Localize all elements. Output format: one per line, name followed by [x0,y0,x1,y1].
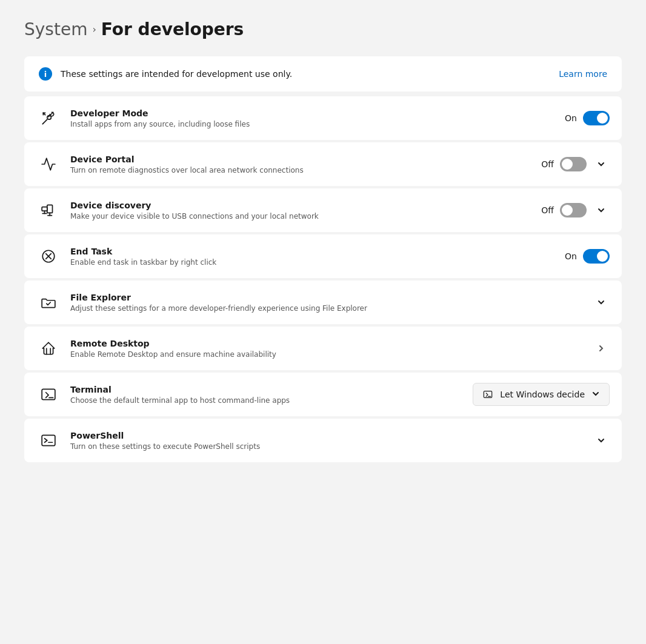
svg-line-0 [43,119,47,124]
setting-desc-device-portal: Turn on remote diagnostics over local ar… [70,166,531,174]
setting-title-developer-mode: Developer Mode [70,108,555,118]
setting-title-end-task: End Task [70,247,555,256]
setting-row-file-explorer: File ExplorerAdjust these settings for a… [24,281,622,324]
toggle-label-device-portal: Off [541,159,554,169]
setting-row-device-portal: Device PortalTurn on remote diagnostics … [24,142,622,186]
toggle-label-developer-mode: On [565,113,577,123]
setting-row-end-task: End TaskEnable end task in taskbar by ri… [24,234,622,278]
setting-title-device-discovery: Device discovery [70,201,531,210]
setting-info-remote-desktop: Remote DesktopEnable Remote Desktop and … [70,339,583,359]
setting-control-file-explorer [593,294,610,311]
setting-control-end-task: On [565,249,610,264]
setting-info-terminal: TerminalChoose the default terminal app … [70,385,463,405]
powershell-icon [36,428,61,453]
setting-row-device-discovery: Device discoveryMake your device visible… [24,188,622,232]
setting-info-device-portal: Device PortalTurn on remote diagnostics … [70,154,531,174]
setting-control-remote-desktop [593,340,610,357]
learn-more-link[interactable]: Learn more [559,69,607,79]
setting-row-powershell: PowerShellTurn on these settings to exec… [24,419,622,462]
terminal-dropdown-icon [482,388,494,400]
info-icon: i [39,67,52,81]
dropdown-label-terminal: Let Windows decide [500,390,585,399]
setting-desc-terminal: Choose the default terminal app to host … [70,396,463,405]
navigate-btn-remote-desktop[interactable] [593,340,610,357]
toggle-developer-mode[interactable] [583,111,610,125]
setting-control-developer-mode: On [565,111,610,125]
device-discovery-icon [36,198,61,222]
setting-control-powershell [593,432,610,449]
terminal-icon [36,382,61,407]
toggle-label-end-task: On [565,251,577,261]
setting-title-powershell: PowerShell [70,431,583,440]
setting-desc-developer-mode: Install apps from any source, including … [70,120,555,128]
setting-control-terminal: Let Windows decide [473,383,610,406]
expand-btn-file-explorer[interactable] [593,294,610,311]
setting-control-device-portal: Off [541,156,610,173]
remote-icon [36,336,61,360]
setting-info-powershell: PowerShellTurn on these settings to exec… [70,431,583,451]
setting-info-file-explorer: File ExplorerAdjust these settings for a… [70,293,583,313]
svg-rect-6 [47,205,53,213]
setting-control-device-discovery: Off [541,202,610,219]
setting-title-remote-desktop: Remote Desktop [70,339,583,348]
activity-icon [36,152,61,176]
folder-icon [36,290,61,314]
setting-row-terminal: TerminalChoose the default terminal app … [24,373,622,416]
setting-desc-device-discovery: Make your device visible to USB connecti… [70,212,531,221]
expand-btn-powershell[interactable] [593,432,610,449]
settings-list: Developer ModeInstall apps from any sour… [24,96,622,462]
setting-info-device-discovery: Device discoveryMake your device visible… [70,201,531,221]
toggle-device-portal[interactable] [560,157,587,171]
end-task-icon [36,244,61,268]
breadcrumb: System › For developers [24,19,622,39]
setting-title-terminal: Terminal [70,385,463,394]
setting-desc-file-explorer: Adjust these settings for a more develop… [70,304,583,313]
setting-info-end-task: End TaskEnable end task in taskbar by ri… [70,247,555,267]
setting-desc-remote-desktop: Enable Remote Desktop and ensure machine… [70,350,583,359]
breadcrumb-current: For developers [101,19,244,39]
svg-rect-5 [42,207,47,211]
setting-row-remote-desktop: Remote DesktopEnable Remote Desktop and … [24,327,622,370]
setting-title-device-portal: Device Portal [70,154,531,164]
dropdown-chevron-icon [591,389,601,400]
toggle-device-discovery[interactable] [560,203,587,217]
dropdown-terminal[interactable]: Let Windows decide [473,383,610,406]
info-banner-text: These settings are intended for developm… [61,69,292,79]
chevron-down-btn-device-portal[interactable] [593,156,610,173]
setting-row-developer-mode: Developer ModeInstall apps from any sour… [24,96,622,140]
toggle-end-task[interactable] [583,249,610,264]
chevron-down-btn-device-discovery[interactable] [593,202,610,219]
toggle-label-device-discovery: Off [541,205,554,215]
tools-icon [36,106,61,130]
setting-title-file-explorer: File Explorer [70,293,583,302]
breadcrumb-chevron-icon: › [92,24,96,35]
setting-info-developer-mode: Developer ModeInstall apps from any sour… [70,108,555,128]
breadcrumb-system[interactable]: System [24,19,87,39]
info-banner: i These settings are intended for develo… [24,56,622,91]
svg-rect-20 [42,435,55,445]
setting-desc-powershell: Turn on these settings to execute PowerS… [70,442,583,451]
setting-desc-end-task: Enable end task in taskbar by right clic… [70,258,555,267]
info-banner-left: i These settings are intended for develo… [39,67,292,81]
